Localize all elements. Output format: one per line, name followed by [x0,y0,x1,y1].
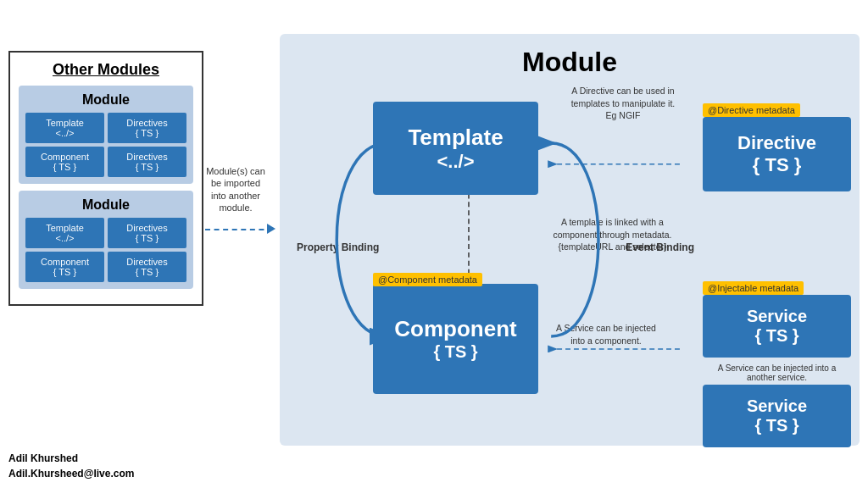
event-binding-label: Event Binding [626,241,694,253]
module-1-grid: Template <../> Directives { TS } Compone… [25,113,186,177]
module-box-2: Module Template <../> Directives { TS } … [19,191,193,289]
template-box: Template <../> [373,102,538,195]
module-2-grid: Template <../> Directives { TS } Compone… [25,218,186,282]
directive-metadata-tag: @Directive metadata [703,103,800,117]
module-1-cell-4: Directives { TS } [108,147,186,177]
module-2-cell-2: Directives { TS } [108,218,186,248]
module-2-title: Module [25,197,186,213]
module-box-1: Module Template <../> Directives { TS } … [19,86,193,184]
other-modules-title: Other Modules [19,61,193,79]
directive-outer: @Directive metadata Directive { TS } [703,102,851,191]
footer-name: Adil Khurshed [8,451,134,466]
directive-annotation: A Directive can be used in templates to … [568,85,678,122]
main-title: Module [292,47,847,78]
directive-box: Directive { TS } [703,117,851,191]
main-area: Module Template <../> @Component metadat… [280,34,860,446]
module-2-cell-3: Component { TS } [25,252,104,282]
import-arrow-head [267,224,275,234]
service-outer: @Injectable metadata Service { TS } A Se… [703,280,851,447]
component-metadata-tag: @Component metadata [373,273,482,286]
service-component-annotation: A Service can be injected into a compone… [551,322,661,347]
module-2-cell-4: Directives { TS } [108,252,186,282]
service-box-1: Service { TS } [703,295,851,358]
module-1-cell-2: Directives { TS } [108,113,186,143]
module-2-cell-1: Template <../> [25,218,104,248]
injectable-metadata-tag: @Injectable metadata [703,281,804,295]
import-text: Module(s) can be imported into another m… [206,165,265,214]
import-dashed-line [205,229,273,230]
module-1-cell-3: Component { TS } [25,147,104,177]
service-inject-text: A Service can be injected into a another… [703,361,851,385]
footer: Adil Khurshed Adil.Khursheed@live.com [8,451,134,481]
module-1-cell-1: Template <../> [25,113,104,143]
property-binding-label: Property Binding [297,241,379,253]
component-box: Component { TS } [373,284,538,394]
module-1-title: Module [25,92,186,108]
left-panel: Other Modules Module Template <../> Dire… [8,51,203,306]
service-box-2: Service { TS } [703,385,851,447]
footer-email: Adil.Khursheed@live.com [8,466,134,481]
